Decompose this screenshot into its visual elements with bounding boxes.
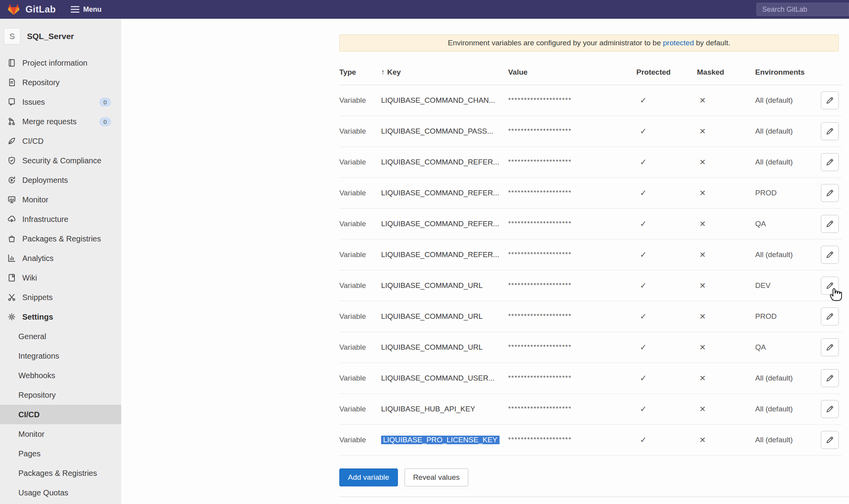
edit-variable-button[interactable] [821, 246, 839, 264]
sidebar-item-security-compliance[interactable]: Security & Compliance [0, 151, 121, 170]
snippets-icon [7, 293, 16, 302]
sidebar-nav-list: Project information Repository Issues 0 … [0, 53, 121, 327]
cell-key[interactable]: LIQUIBASE_COMMAND_URL [381, 281, 508, 290]
sidebar-item-infrastructure[interactable]: Infrastructure [0, 209, 121, 229]
cell-key[interactable]: LIQUIBASE_COMMAND_CHAN... [381, 96, 508, 105]
variable-row: Variable LIQUIBASE_COMMAND_REFER... ****… [339, 209, 842, 239]
edit-variable-button[interactable] [821, 338, 839, 356]
edit-variable-button[interactable] [821, 91, 839, 109]
masked-cross-icon: ✕ [697, 157, 755, 167]
cell-key[interactable]: LIQUIBASE_COMMAND_USER... [381, 374, 508, 382]
sidebar-item-wiki[interactable]: Wiki [0, 268, 121, 288]
masked-cross-icon: ✕ [697, 435, 755, 445]
analytics-icon [7, 254, 16, 263]
menu-button[interactable]: Menu [71, 5, 102, 14]
cell-type: Variable [339, 343, 381, 352]
settings-subitem-ci-cd[interactable]: CI/CD [0, 405, 121, 424]
col-masked: Masked [697, 68, 755, 77]
edit-variable-button[interactable] [821, 307, 839, 325]
pencil-icon [826, 281, 834, 290]
sidebar-item-monitor[interactable]: Monitor [0, 190, 121, 209]
project-header[interactable]: S SQL_Server [0, 19, 121, 53]
cell-masked-value: ******************** [508, 220, 636, 228]
protected-check-icon: ✓ [636, 157, 697, 167]
masked-cross-icon: ✕ [697, 250, 755, 259]
settings-subitem-repository[interactable]: Repository [0, 385, 121, 405]
gitlab-brand[interactable]: GitLab [7, 3, 56, 16]
settings-subitem-packages-registries[interactable]: Packages & Registries [0, 463, 121, 483]
col-type: Type [339, 68, 381, 77]
menu-label: Menu [83, 5, 102, 14]
cell-key[interactable]: LIQUIBASE_COMMAND_REFER... [381, 250, 508, 259]
cell-type: Variable [339, 405, 381, 413]
sidebar-item-project-information[interactable]: Project information [0, 53, 121, 73]
security-icon [7, 156, 16, 165]
count-badge: 0 [99, 98, 111, 107]
cell-type: Variable [339, 96, 381, 105]
edit-variable-button[interactable] [821, 184, 839, 202]
reveal-values-button[interactable]: Reveal values [405, 468, 468, 486]
cell-key[interactable]: LIQUIBASE_COMMAND_REFER... [381, 189, 508, 197]
sidebar-item-snippets[interactable]: Snippets [0, 288, 121, 307]
cell-key[interactable]: LIQUIBASE_COMMAND_PASS... [381, 127, 508, 136]
edit-variable-button[interactable] [821, 215, 839, 233]
cell-key[interactable]: LIQUIBASE_COMMAND_REFER... [381, 158, 508, 166]
protected-check-icon: ✓ [636, 281, 697, 290]
cell-key[interactable]: LIQUIBASE_COMMAND_URL [381, 343, 508, 352]
section-divider [339, 497, 849, 497]
sidebar-item-repository[interactable]: Repository [0, 73, 121, 92]
col-key[interactable]: ↑Key [381, 68, 508, 77]
sidebar-item-ci-cd[interactable]: CI/CD [0, 131, 121, 151]
cell-type: Variable [339, 189, 381, 197]
table-body: Variable LIQUIBASE_COMMAND_CHAN... *****… [339, 85, 842, 456]
settings-subitem-monitor[interactable]: Monitor [0, 424, 121, 444]
edit-variable-button[interactable] [821, 122, 839, 140]
settings-subitem-general[interactable]: General [0, 327, 121, 346]
table-actions: Add variable Reveal values [339, 468, 468, 486]
settings-subitem-integrations[interactable]: Integrations [0, 346, 121, 366]
edit-variable-button[interactable] [821, 277, 839, 295]
settings-subitem-webhooks[interactable]: Webhooks [0, 366, 121, 385]
variable-row: Variable LIQUIBASE_COMMAND_REFER... ****… [339, 178, 842, 209]
cell-key[interactable]: LIQUIBASE_PRO_LICENSE_KEY [381, 436, 508, 444]
sidebar-item-deployments[interactable]: Deployments [0, 170, 121, 190]
protected-check-icon: ✓ [636, 250, 697, 259]
sidebar-item-analytics[interactable]: Analytics [0, 248, 121, 268]
top-navbar: GitLab Menu [0, 0, 849, 19]
cell-environments: PROD [755, 189, 821, 197]
infrastructure-icon [7, 215, 16, 223]
masked-cross-icon: ✕ [697, 312, 755, 321]
pencil-icon [826, 127, 834, 136]
cell-masked-value: ******************** [508, 189, 636, 197]
add-variable-button[interactable]: Add variable [339, 468, 398, 486]
cell-type: Variable [339, 436, 381, 444]
edit-variable-button[interactable] [821, 400, 839, 418]
search-input[interactable] [756, 3, 849, 16]
repository-icon [7, 78, 16, 87]
cell-masked-value: ******************** [508, 127, 636, 135]
deployments-icon [7, 176, 16, 184]
cell-masked-value: ******************** [508, 97, 636, 104]
wiki-icon [7, 273, 16, 282]
settings-subitem-pages[interactable]: Pages [0, 444, 121, 463]
project-information-icon [7, 59, 16, 67]
sidebar-item-packages-registries[interactable]: Packages & Registries [0, 229, 121, 248]
edit-variable-button[interactable] [821, 153, 839, 171]
protected-check-icon: ✓ [636, 374, 697, 383]
variable-row: Variable LIQUIBASE_HUB_API_KEY *********… [339, 394, 842, 425]
protected-check-icon: ✓ [636, 343, 697, 352]
edit-variable-button[interactable] [821, 369, 839, 387]
edit-variable-button[interactable] [821, 431, 839, 449]
cell-key[interactable]: LIQUIBASE_COMMAND_REFER... [381, 220, 508, 228]
cell-key[interactable]: LIQUIBASE_COMMAND_URL [381, 312, 508, 321]
cell-type: Variable [339, 220, 381, 228]
sidebar-item-issues[interactable]: Issues 0 [0, 92, 121, 112]
protected-link[interactable]: protected [663, 39, 694, 47]
cell-key[interactable]: LIQUIBASE_HUB_API_KEY [381, 405, 508, 413]
sidebar-item-settings[interactable]: Settings [0, 307, 121, 327]
hamburger-icon [71, 6, 79, 13]
sidebar-item-merge-requests[interactable]: Merge requests 0 [0, 112, 121, 131]
masked-cross-icon: ✕ [697, 374, 755, 383]
variable-row: Variable LIQUIBASE_COMMAND_REFER... ****… [339, 147, 842, 178]
settings-subitem-usage-quotas[interactable]: Usage Quotas [0, 483, 121, 502]
